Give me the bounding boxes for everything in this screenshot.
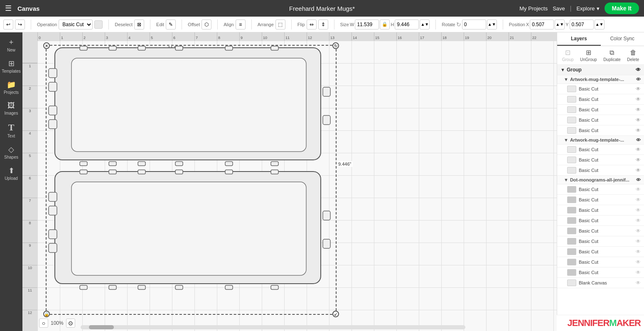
make-it-button[interactable]: Make It: [605, 2, 639, 14]
my-projects-link[interactable]: My Projects: [519, 5, 548, 12]
layer-item[interactable]: Basic Cut 👁: [557, 216, 644, 226]
menu-icon[interactable]: ☰: [5, 4, 12, 13]
layer-item[interactable]: Basic Cut 👁: [557, 236, 644, 247]
subgroup3-eye-icon[interactable]: 👁: [636, 177, 641, 182]
subgroup2-eye-icon[interactable]: 👁: [636, 137, 641, 142]
canvas-area[interactable]: 0 1 2 3 4 5 6 7 8 9 10 11 12 13 14 15 16…: [22, 32, 557, 331]
svg-rect-18: [225, 162, 233, 166]
layer-eye[interactable]: 👁: [636, 238, 641, 244]
subgroup-dot-monograms[interactable]: ▼ Dot-monograms-all-jennif... 👁: [557, 176, 644, 184]
subgroup1-eye-icon[interactable]: 👁: [636, 77, 641, 82]
layer-eye[interactable]: 👁: [636, 96, 641, 102]
layer-eye[interactable]: 👁: [636, 147, 641, 152]
subgroup3-expand-icon[interactable]: ▼: [564, 177, 568, 182]
h-label: H: [391, 22, 394, 27]
layer-eye[interactable]: 👁: [636, 157, 641, 163]
layer-eye-blank[interactable]: 👁: [636, 280, 641, 286]
layer-item[interactable]: Basic Cut 👁: [557, 155, 644, 165]
tab-color-sync[interactable]: Color Sync: [601, 32, 644, 46]
arrange-btn[interactable]: ⬚: [275, 20, 285, 29]
subgroup1-expand-icon[interactable]: ▼: [564, 77, 568, 82]
sidebar-item-projects[interactable]: 📁 Projects: [1, 78, 22, 97]
y-input[interactable]: 0.507: [570, 20, 594, 29]
x-input[interactable]: 0.507: [530, 20, 554, 29]
layer-eye[interactable]: 👁: [636, 167, 641, 173]
horizontal-scrollbar[interactable]: [81, 325, 465, 329]
canvas-grid[interactable]: 11.539" 9.446" ✕ ↻ 🔒 ↙: [37, 41, 557, 331]
layer-item-blank-canvas[interactable]: Blank Canvas 👁: [557, 278, 644, 288]
layer-eye[interactable]: 👁: [636, 228, 641, 234]
operation-color-btn[interactable]: [94, 20, 103, 29]
layer-eye[interactable]: 👁: [636, 218, 641, 223]
layer-eye[interactable]: 👁: [636, 259, 641, 265]
height-input[interactable]: 9.446: [395, 20, 419, 29]
layer-eye[interactable]: 👁: [636, 186, 641, 192]
zoom-camera-btn[interactable]: ⊙: [66, 319, 75, 328]
handle-br[interactable]: ↙: [332, 311, 339, 317]
subgroup-artwork-1[interactable]: ▼ Artwork-mug-template-... 👁: [557, 75, 644, 84]
ungroup-button[interactable]: ⊞ UnGroup: [580, 49, 597, 62]
redo-button[interactable]: ↪: [15, 20, 25, 29]
flip-btn[interactable]: ⇔: [307, 20, 317, 29]
save-button[interactable]: Save: [553, 5, 565, 12]
group-eye-icon[interactable]: 👁: [636, 67, 641, 73]
group-expand-icon[interactable]: ▼: [560, 67, 565, 72]
deselect-btn[interactable]: ⊠: [134, 20, 144, 29]
lock-ratio-btn[interactable]: 🔒: [380, 20, 390, 29]
x-stepper[interactable]: ▲▼: [555, 20, 565, 29]
width-input[interactable]: 11.539: [355, 20, 379, 29]
layer-item[interactable]: Basic Cut 👁: [557, 226, 644, 236]
layer-eye[interactable]: 👁: [636, 86, 641, 92]
layer-eye[interactable]: 👁: [636, 117, 641, 123]
align-btn[interactable]: ≡: [236, 20, 246, 29]
layer-eye[interactable]: 👁: [636, 127, 641, 133]
zoom-reset-btn[interactable]: ○: [39, 319, 48, 328]
group-header[interactable]: ▼ Group 👁: [557, 65, 644, 75]
layer-item[interactable]: Basic Cut 👁: [557, 165, 644, 176]
handle-tr[interactable]: ↻: [332, 42, 339, 49]
y-stepper[interactable]: ▲▼: [595, 20, 605, 29]
delete-button[interactable]: 🗑 Delete: [627, 49, 639, 62]
layer-item[interactable]: Basic Cut 👁: [557, 84, 644, 94]
sidebar-item-shapes[interactable]: ◇ Shapes: [1, 142, 22, 162]
operation-select[interactable]: Basic Cut: [59, 20, 93, 29]
layer-item[interactable]: Basic Cut 👁: [557, 267, 644, 278]
layer-item[interactable]: Basic Cut 👁: [557, 105, 644, 115]
layer-item[interactable]: Basic Cut 👁: [557, 195, 644, 205]
group-button[interactable]: ⊡ Group: [562, 49, 574, 62]
flip-v-btn[interactable]: ⇕: [318, 20, 328, 29]
sidebar-item-text[interactable]: T Text: [1, 120, 22, 141]
hscroll-thumb[interactable]: [89, 325, 114, 329]
layer-item[interactable]: Basic Cut 👁: [557, 115, 644, 125]
offset-btn[interactable]: ⬡: [202, 20, 211, 29]
explore-button[interactable]: Explore ▾: [576, 5, 599, 12]
layer-eye[interactable]: 👁: [636, 270, 641, 275]
handle-bl[interactable]: 🔒: [43, 311, 50, 317]
mug-shape-bottom: [47, 169, 333, 290]
layer-item[interactable]: Basic Cut 👁: [557, 125, 644, 136]
layer-item[interactable]: Basic Cut 👁: [557, 205, 644, 216]
subgroup-artwork-2[interactable]: ▼ Artwork-mug-template-... 👁: [557, 136, 644, 145]
rotate-stepper[interactable]: ▲▼: [487, 20, 497, 29]
edit-btn[interactable]: ✎: [166, 20, 176, 29]
layer-eye[interactable]: 👁: [636, 249, 641, 255]
sidebar-item-templates[interactable]: ⊞ Templates: [1, 56, 22, 76]
undo-button[interactable]: ↩: [3, 20, 13, 29]
layer-item[interactable]: Basic Cut 👁: [557, 94, 644, 105]
sidebar-item-new[interactable]: + New: [1, 36, 22, 55]
layer-eye[interactable]: 👁: [636, 197, 641, 203]
layer-eye[interactable]: 👁: [636, 107, 641, 113]
tab-layers[interactable]: Layers: [557, 32, 601, 46]
duplicate-button[interactable]: ⧉ Duplicate: [603, 49, 621, 62]
layer-item[interactable]: Basic Cut 👁: [557, 257, 644, 267]
subgroup2-expand-icon[interactable]: ▼: [564, 137, 568, 142]
layer-item[interactable]: Basic Cut 👁: [557, 184, 644, 195]
sidebar-item-images[interactable]: 🖼 Images: [1, 99, 22, 118]
layer-item[interactable]: Basic Cut 👁: [557, 247, 644, 257]
rotate-input[interactable]: 0: [462, 20, 486, 29]
layer-item[interactable]: Basic Cut 👁: [557, 145, 644, 155]
layer-label: Basic Cut: [579, 218, 633, 223]
layer-eye[interactable]: 👁: [636, 207, 641, 213]
height-stepper[interactable]: ▲▼: [420, 20, 430, 29]
sidebar-item-upload[interactable]: ⬆ Upload: [1, 164, 22, 183]
